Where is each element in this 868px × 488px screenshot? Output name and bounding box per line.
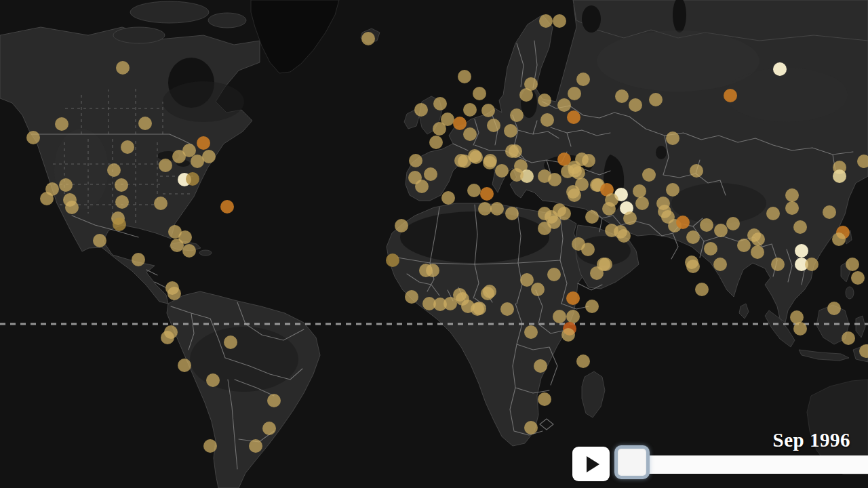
event-dot [191, 155, 204, 168]
event-dot [629, 98, 642, 112]
event-dot [572, 166, 585, 180]
event-dot [154, 197, 167, 210]
event-dot [576, 73, 590, 86]
event-dot [842, 331, 855, 345]
event-dot [793, 220, 807, 234]
event-dot [463, 103, 477, 117]
event-dot [500, 302, 514, 316]
event-dot [478, 202, 492, 216]
event-dot [582, 154, 595, 167]
event-dot [568, 87, 581, 100]
event-dot [224, 336, 237, 349]
event-dot [713, 258, 727, 271]
play-button[interactable] [572, 447, 610, 481]
event-dot [581, 243, 595, 256]
event-dot [55, 117, 68, 131]
event-dot [138, 117, 152, 130]
event-dot [524, 325, 538, 339]
event-dot [793, 322, 807, 336]
event-dot [167, 287, 181, 300]
event-dot [107, 163, 121, 177]
event-dot [186, 172, 199, 186]
event-dot [623, 211, 637, 225]
event-dot [633, 184, 646, 198]
event-dot [690, 164, 703, 178]
current-date-label: Sep 1996 [773, 429, 850, 451]
event-dot [566, 310, 580, 323]
event-dot [409, 154, 422, 167]
event-dot [553, 14, 566, 28]
event-dot [483, 285, 496, 298]
event-dot [524, 421, 538, 434]
event-dot [65, 201, 79, 214]
event-dot [203, 439, 217, 453]
event-dot [666, 183, 679, 197]
event-dot [132, 253, 145, 266]
event-dot [197, 136, 210, 150]
event-dot [567, 110, 580, 124]
event-dot [172, 150, 186, 163]
event-dot [453, 117, 467, 130]
event-dot [458, 70, 471, 83]
event-dot [504, 124, 517, 138]
event-dot [833, 169, 846, 183]
event-dot [441, 191, 455, 205]
event-dot [773, 62, 787, 76]
event-dot [726, 217, 740, 230]
event-dot [635, 197, 649, 210]
event-dot [26, 131, 40, 144]
event-dot [539, 14, 553, 28]
event-dot [538, 392, 551, 406]
event-dot [737, 239, 751, 252]
event-dot [785, 188, 799, 202]
event-dot [751, 232, 765, 246]
event-dot [161, 331, 174, 344]
event-dot [553, 310, 566, 323]
event-dot [534, 359, 547, 373]
event-dot [424, 167, 437, 181]
event-dot [704, 242, 717, 256]
event-dot [566, 185, 580, 199]
event-dot [599, 258, 612, 271]
event-dot [480, 187, 494, 201]
event-dot [159, 159, 172, 172]
event-dot [121, 140, 134, 154]
event-dot [832, 232, 846, 246]
event-dot [561, 328, 575, 342]
event-dot [617, 229, 631, 243]
event-dot [483, 156, 496, 169]
event-dot [851, 271, 865, 285]
event-dot [505, 207, 519, 220]
event-dot [700, 218, 713, 232]
event-dot [695, 283, 709, 296]
event-dot [267, 394, 281, 407]
event-dot [170, 239, 184, 252]
event-dot [113, 218, 126, 231]
event-dot [262, 422, 276, 435]
slider-thumb[interactable] [614, 445, 650, 479]
event-dot [220, 200, 234, 214]
event-dot [458, 155, 471, 168]
event-dot [724, 89, 737, 102]
event-dot [386, 253, 399, 267]
event-dot [538, 94, 551, 107]
world-map [0, 0, 868, 488]
event-dot [519, 88, 533, 102]
event-dot [115, 178, 128, 192]
event-dot [414, 103, 428, 117]
event-dot [415, 180, 429, 193]
slider-track[interactable] [631, 455, 868, 474]
event-dot [576, 354, 590, 368]
event-dot [666, 131, 679, 145]
event-dot [395, 219, 408, 232]
event-dot [361, 32, 375, 45]
event-dot [520, 273, 534, 287]
event-dot [805, 258, 818, 271]
event-dot [249, 439, 262, 453]
event-dot [686, 230, 700, 244]
event-dot [531, 283, 545, 296]
event-dot [686, 260, 700, 273]
event-dot [463, 127, 477, 141]
event-dot [566, 291, 580, 305]
event-dot [676, 216, 690, 229]
